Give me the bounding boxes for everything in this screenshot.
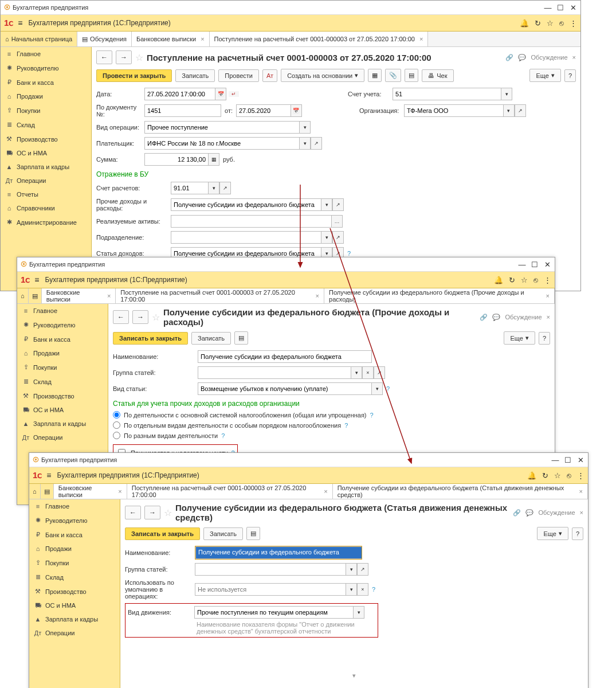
dept-input[interactable] (171, 231, 321, 244)
sidebar-item[interactable]: ≣Склад (17, 374, 108, 389)
help-link-icon[interactable]: ? (370, 412, 374, 419)
sidebar-item[interactable]: ⇪Покупки (17, 360, 108, 374)
sidebar-item[interactable]: ⚒Производство (29, 584, 120, 599)
dropdown-icon[interactable]: ▾ (501, 88, 512, 100)
favorite-star-icon[interactable]: ☆ (152, 312, 160, 323)
history-icon[interactable]: ↻ (542, 471, 548, 480)
sidebar-item[interactable]: ▲Зарплата и кадры (29, 612, 120, 626)
link-icon[interactable]: 🔗 (505, 54, 513, 61)
sidebar-item[interactable]: ⛟ОС и НМА (29, 599, 120, 612)
sidebar-item[interactable]: ≣Склад (29, 570, 120, 584)
close-tab-icon[interactable]: × (546, 292, 550, 299)
write-close-button[interactable]: Записать и закрыть (113, 332, 188, 345)
open-icon[interactable]: ↗ (219, 182, 231, 194)
open-icon[interactable]: ↗ (332, 198, 344, 211)
optype-input[interactable] (144, 121, 299, 134)
close-button[interactable]: ✕ (543, 260, 551, 268)
post-close-button[interactable]: Провести и закрыть (96, 69, 172, 82)
link-icon[interactable]: ⎋ (533, 276, 538, 284)
calendar-icon[interactable]: 📅 (291, 104, 302, 117)
open-icon[interactable]: ↗ (515, 104, 526, 117)
minimize-button[interactable]: — (551, 456, 559, 464)
maximize-button[interactable]: ☐ (531, 260, 539, 268)
star-icon[interactable]: ☆ (554, 471, 561, 480)
sidebar-item[interactable]: ≡Главное (1, 47, 91, 61)
favorite-star-icon[interactable]: ☆ (135, 52, 143, 63)
close-tab-icon[interactable]: × (316, 292, 319, 299)
tab-cashflow[interactable]: Получение субсидии из федерального бюдже… (333, 484, 588, 499)
dropdown-icon[interactable]: ▾ (299, 121, 311, 134)
open-icon[interactable]: ↗ (311, 137, 322, 150)
tab-receipt[interactable]: Поступление на расчетный счет 0001-00000… (127, 484, 333, 499)
dropdown-icon[interactable]: ▾ (371, 382, 383, 395)
print-button[interactable]: ▤ (405, 69, 418, 82)
sidebar-item[interactable]: ▲Зарплата и кадры (17, 417, 108, 431)
dropdown-icon[interactable]: ▾ (321, 231, 332, 244)
attach-button[interactable]: 📎 (385, 69, 401, 82)
calc-input[interactable] (171, 182, 208, 194)
tab-bank[interactable]: Банковские выписки× (42, 288, 116, 303)
dropdown-icon[interactable]: ▾ (353, 606, 364, 619)
tab-discussions[interactable]: ▤Обсуждения (77, 32, 132, 46)
dropdown-icon[interactable]: ▾ (351, 366, 362, 379)
close-tab-icon[interactable]: × (324, 488, 327, 495)
maximize-button[interactable]: ☐ (564, 456, 572, 464)
more-icon[interactable]: ⋮ (577, 471, 584, 480)
tab-subsidy[interactable]: Получение субсидии из федерального бюдже… (324, 288, 555, 303)
tab-home[interactable]: ⌂ (17, 288, 29, 303)
dropdown-icon[interactable]: ▾ (321, 198, 332, 211)
doc-close-icon[interactable]: × (547, 314, 550, 320)
sidebar-item[interactable]: ⇪Покупки (1, 103, 91, 118)
dropdown-icon[interactable]: ▾ (208, 182, 219, 194)
open-icon[interactable]: ↗ (357, 563, 368, 576)
sidebar-item[interactable]: ⌂Справочники (1, 201, 91, 215)
forward-button[interactable]: → (116, 50, 132, 64)
discuss-icon[interactable]: 💬 (518, 54, 526, 61)
docno-input[interactable] (144, 104, 221, 117)
sidebar-item[interactable]: ДтОперации (29, 626, 120, 640)
more-button[interactable]: Еще ▾ (537, 527, 568, 540)
group-input[interactable] (198, 366, 351, 379)
calendar-icon[interactable]: 📅 (215, 88, 226, 100)
radio-various[interactable] (113, 432, 120, 439)
sidebar-item[interactable]: ⚒Производство (17, 389, 108, 403)
fromdate-input[interactable] (236, 104, 291, 117)
back-button[interactable]: ← (113, 310, 129, 324)
forward-button[interactable]: → (132, 310, 148, 324)
tab-chat[interactable]: ▤ (41, 484, 54, 499)
bell-icon[interactable]: 🔔 (494, 276, 503, 284)
tab-receipt[interactable]: Поступление на расчетный счет 0001-00000… (210, 32, 429, 46)
help-button[interactable]: ? (564, 69, 576, 82)
sidebar-item[interactable]: ≡Отчеты (1, 187, 91, 201)
help-link-icon[interactable]: ? (221, 432, 225, 439)
calc-icon[interactable]: ▦ (208, 153, 219, 166)
menu-burger-icon[interactable]: ≡ (46, 471, 51, 480)
flag-icon[interactable]: ↵ (229, 91, 239, 97)
open-icon[interactable]: ↗ (332, 231, 344, 244)
menu-burger-icon[interactable]: ≡ (18, 18, 22, 28)
help-button[interactable]: ? (572, 527, 583, 540)
minimize-button[interactable]: — (518, 260, 526, 268)
other-income-input[interactable] (171, 198, 321, 211)
expand-icon[interactable]: ▾ (125, 672, 583, 679)
check-button[interactable]: 🖶 Чек (422, 69, 453, 82)
dropdown-icon[interactable]: ▾ (299, 137, 311, 150)
discuss-label[interactable]: Обсуждение (538, 509, 575, 516)
sidebar-item[interactable]: ₽Банк и касса (17, 332, 108, 346)
post-button[interactable]: Провести (218, 69, 259, 82)
date-input[interactable] (144, 88, 215, 100)
clear-icon[interactable]: × (362, 366, 374, 379)
clear-icon[interactable]: × (357, 583, 368, 596)
default-ops-input[interactable] (195, 583, 346, 596)
link-icon[interactable]: 🔗 (513, 509, 521, 517)
discuss-label[interactable]: Обсуждение (505, 314, 542, 320)
doc-close-icon[interactable]: × (572, 54, 576, 61)
more-icon[interactable]: … (331, 215, 343, 228)
group-input[interactable] (195, 563, 346, 576)
history-icon[interactable]: ↻ (535, 19, 541, 28)
back-button[interactable]: ← (96, 50, 112, 64)
tab-home[interactable]: ⌂ (29, 484, 41, 499)
star-icon[interactable]: ☆ (521, 276, 528, 284)
close-tab-icon[interactable]: × (419, 36, 423, 42)
close-tab-icon[interactable]: × (201, 36, 204, 42)
